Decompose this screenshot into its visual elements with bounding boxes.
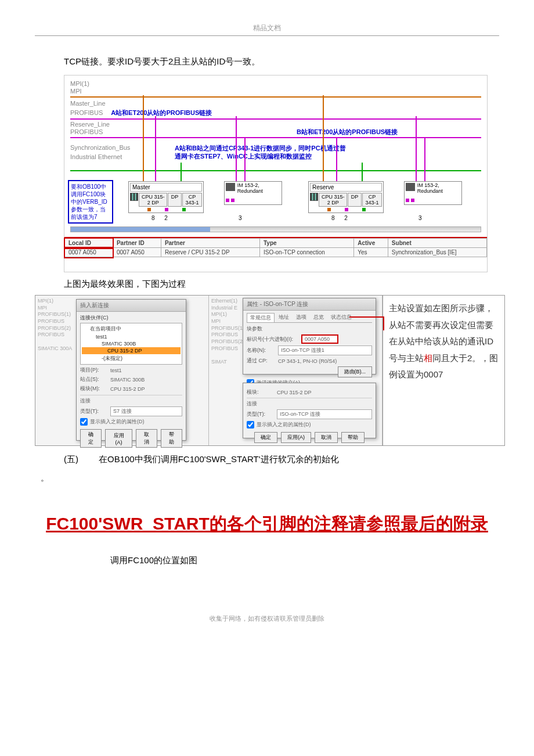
- section-five: (五) 在OB100中我们调用FC100'SWR_START'进行软冗余的初始化: [35, 454, 499, 465]
- left-panel: MPI(1)MPIPROFIBUS(1)PROFIBUSPROFIBUS(2)P…: [35, 296, 209, 445]
- im2-station: IM 153-2, Redundant: [404, 181, 462, 205]
- insert-connection-dialog[interactable]: 插入新连接 连接伙伴(C) 在当前项目中 test1 SIMATIC 300B …: [76, 299, 186, 441]
- table-row: 0007 A050 0007 A050 Reserve / CPU 315-2 …: [65, 248, 487, 257]
- secondary-dialog: 模块:CPU 315-2 DP 连接 类型(T):ISO-on-TCP 连接 显…: [243, 383, 376, 438]
- header-divider: [35, 35, 499, 36]
- network-topology-diagram: MPI(1) MPI Master_Line PROFIBUS A站和ET200…: [64, 75, 488, 272]
- table-header-row: Local ID Partner ID Partner Type Active …: [65, 239, 487, 248]
- process-diagram: MPI(1)MPIPROFIBUS(1)PROFIBUSPROFIBUS(2)P…: [35, 295, 505, 446]
- plc-icon: [130, 193, 138, 201]
- red-connector: [349, 316, 384, 330]
- im-icon: [406, 183, 415, 191]
- net-mpi: MPI(1) MPI: [70, 80, 481, 98]
- net-reserve-line: Reserve_Line PROFIBUS B站和ET200从站的PROFIBU…: [70, 121, 481, 138]
- net-master-line: Master_Line PROFIBUS A站和ET200从站的PROFIBUS…: [70, 100, 481, 120]
- page-footer: 收集于网络，如有侵权请联系管理员删除: [35, 614, 499, 623]
- right-panel: Ethernet(1)Industrial EMPI(1)MPIPROFIBUS…: [209, 296, 383, 445]
- reserve-station: Reserve CPU 315-2 DP DP CP 343-1: [308, 181, 384, 213]
- connection-table: Local ID Partner ID Partner Type Active …: [64, 237, 487, 272]
- iso-tcp-props-dialog[interactable]: 属性 - ISO-on-TCP 连接 常规信息 地址 选项 总览 状态信息 块参…: [243, 298, 376, 375]
- im-icon: [226, 183, 235, 191]
- im1-station: IM 153-2, Redundant: [224, 181, 282, 205]
- net-sync-bus: Synchronization_Bus Industrial Ethernet …: [70, 144, 481, 171]
- plc-icon: [310, 193, 318, 201]
- master-station: Master CPU 315-2 DP DP CP 343-1: [128, 181, 204, 213]
- ok-button[interactable]: 确定: [80, 429, 102, 448]
- fc100-heading: FC100'SWR_START的各个引脚的注释请参照最后的附录: [35, 501, 499, 546]
- id-input-highlighted[interactable]: 0007 A050: [301, 334, 338, 344]
- cancel-button[interactable]: 取消: [136, 429, 157, 448]
- splitter-bar: [70, 226, 481, 232]
- caption-between: 上图为最终效果图，下图为过程: [35, 276, 499, 291]
- trailing-period: 。: [35, 473, 499, 484]
- page-header-title: 精品文档: [35, 23, 499, 33]
- intro-paragraph: TCP链接。要求ID号要大于2且主从站的ID号一致。: [35, 53, 499, 69]
- help-button[interactable]: 帮助: [161, 429, 182, 448]
- call-location-text: 调用FC100的位置如图: [35, 552, 499, 568]
- ob100-note: 要和OB100中调用FC100块中的VERB_ID参数一致，当前该值为7: [68, 180, 113, 224]
- route-button[interactable]: 路由(B)...: [338, 366, 373, 377]
- side-note-text: 主站设置如左图所示步骤，从站不需要再次设定但需要在从站中给该从站的通讯ID号与主…: [383, 296, 504, 445]
- show-props-checkbox[interactable]: [80, 418, 88, 426]
- apply-button[interactable]: 应用(A): [105, 429, 132, 448]
